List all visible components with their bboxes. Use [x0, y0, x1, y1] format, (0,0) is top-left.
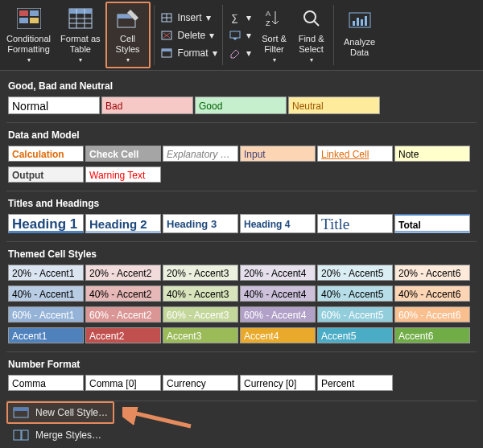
style-cell[interactable]: Accent6	[394, 327, 470, 343]
chevron-down-icon: ▾	[79, 55, 82, 65]
label: Find &Select	[299, 34, 324, 55]
svg-rect-6	[69, 9, 92, 14]
svg-rect-4	[30, 18, 39, 23]
style-cell[interactable]: Accent4	[240, 327, 316, 343]
chevron-down-icon: ▾	[27, 55, 31, 65]
conditional-formatting-button[interactable]: ConditionalFormatting ▾	[2, 2, 56, 68]
fill-button[interactable]: ▾	[228, 28, 251, 43]
svg-rect-1	[19, 10, 28, 16]
style-cell[interactable]: Comma	[8, 375, 84, 391]
style-cell[interactable]: Comma [0]	[85, 375, 161, 391]
label: New Cell Style…	[35, 407, 108, 418]
chevron-down-icon: ▾	[126, 55, 130, 65]
new-style-icon	[13, 406, 29, 419]
svg-rect-29	[361, 19, 363, 26]
style-row: 20% - Accent120% - Accent220% - Accent32…	[6, 265, 477, 286]
sigma-icon: ∑	[228, 10, 242, 25]
style-cell[interactable]: Explanatory …	[163, 146, 238, 162]
titles-row: Heading 1Heading 2Heading 3Heading 4Titl…	[6, 214, 477, 238]
delete-button[interactable]: Delete ▾	[159, 28, 217, 43]
style-cell[interactable]: Currency	[163, 375, 238, 391]
style-cell[interactable]: Normal	[8, 97, 100, 114]
chevron-down-icon: ▾	[273, 55, 276, 65]
style-cell[interactable]: Accent1	[8, 327, 84, 343]
style-cell[interactable]: 20% - Accent6	[394, 265, 470, 281]
style-cell[interactable]: Title	[317, 214, 393, 233]
section-title: Data and Model	[6, 123, 477, 146]
style-cell[interactable]: 40% - Accent3	[163, 286, 238, 302]
merge-styles-icon	[13, 429, 29, 442]
style-cell[interactable]: Heading 1	[8, 214, 84, 233]
label: Sort &Filter	[262, 34, 287, 55]
style-cell[interactable]: Heading 3	[163, 214, 238, 233]
style-cell[interactable]: Note	[394, 146, 470, 162]
style-cell[interactable]: Input	[240, 146, 316, 162]
label: Insert	[178, 12, 202, 23]
style-row: CalculationCheck CellExplanatory …InputL…	[6, 146, 477, 166]
style-cell[interactable]: Percent	[317, 375, 393, 391]
style-cell[interactable]: 40% - Accent6	[394, 286, 470, 302]
ribbon-group-editing-big: AZ Sort &Filter ▾ Find &Select ▾	[254, 0, 332, 70]
format-button[interactable]: Format ▾	[159, 46, 217, 60]
delete-cells-icon	[159, 28, 174, 43]
cell-styles-icon	[114, 6, 142, 31]
style-cell[interactable]: 60% - Accent6	[394, 306, 470, 323]
chevron-down-icon: ▾	[246, 47, 251, 59]
analyze-data-button[interactable]: AnalyzeData	[337, 2, 382, 68]
style-cell[interactable]: Accent5	[317, 327, 393, 343]
style-cell[interactable]: Heading 4	[240, 214, 316, 233]
style-cell[interactable]: 60% - Accent2	[85, 306, 161, 323]
style-cell[interactable]: Bad	[101, 97, 193, 114]
style-cell[interactable]: 40% - Accent2	[85, 286, 161, 302]
autosum-button[interactable]: ∑ ▾	[228, 10, 251, 25]
svg-rect-32	[14, 408, 28, 411]
style-cell[interactable]: Calculation	[8, 146, 84, 162]
style-cell[interactable]: Neutral	[288, 97, 380, 114]
themed-rows: 20% - Accent120% - Accent220% - Accent32…	[6, 265, 477, 348]
style-cell[interactable]: 40% - Accent1	[8, 286, 84, 302]
style-cell[interactable]: 20% - Accent2	[85, 265, 161, 281]
style-cell[interactable]: Output	[8, 166, 84, 183]
cell-styles-gallery: Good, Bad and Neutral NormalBadGoodNeutr…	[0, 71, 483, 448]
style-cell[interactable]: 60% - Accent3	[163, 306, 238, 323]
new-cell-style-button[interactable]: New Cell Style…	[6, 401, 114, 424]
find-select-button[interactable]: Find &Select ▾	[293, 2, 330, 68]
style-cell[interactable]: Warning Text	[85, 166, 161, 183]
style-cell[interactable]: 40% - Accent4	[240, 286, 316, 302]
style-cell[interactable]: 60% - Accent1	[8, 306, 84, 323]
separator	[154, 5, 155, 65]
merge-styles-button[interactable]: Merge Styles…	[6, 424, 108, 446]
style-cell[interactable]: Heading 2	[85, 214, 161, 233]
label: CellStyles	[116, 34, 140, 55]
style-cell[interactable]: Total	[394, 214, 470, 233]
cell-styles-button[interactable]: CellStyles ▾	[105, 2, 151, 68]
svg-text:Z: Z	[266, 19, 270, 27]
insert-button[interactable]: Insert ▾	[159, 10, 217, 25]
style-cell[interactable]: 60% - Accent5	[317, 306, 393, 323]
style-cell[interactable]: Good	[195, 97, 287, 114]
style-cell[interactable]: Linked Cell	[317, 146, 393, 162]
clear-button[interactable]: ▾	[228, 46, 251, 60]
label: Delete	[178, 30, 206, 41]
style-cell[interactable]: Currency [0]	[240, 375, 316, 391]
fill-down-icon	[228, 28, 242, 43]
style-cell[interactable]: 40% - Accent5	[317, 286, 393, 302]
style-cell[interactable]: 20% - Accent4	[240, 265, 316, 281]
style-cell[interactable]: Check Cell	[85, 146, 161, 162]
insert-cells-icon	[159, 10, 174, 25]
table-icon	[67, 6, 94, 31]
ribbon: ConditionalFormatting ▾ Format asTable ▾…	[0, 0, 483, 71]
data-model-rows: CalculationCheck CellExplanatory …InputL…	[6, 146, 477, 187]
style-cell[interactable]: Accent3	[163, 327, 238, 343]
svg-rect-3	[19, 18, 28, 23]
sort-filter-button[interactable]: AZ Sort &Filter ▾	[256, 2, 293, 68]
style-cell[interactable]: 20% - Accent1	[8, 265, 84, 281]
style-cell[interactable]: 20% - Accent3	[163, 265, 238, 281]
style-cell[interactable]: 60% - Accent4	[240, 306, 316, 323]
svg-rect-26	[349, 13, 370, 27]
style-cell[interactable]: 20% - Accent5	[317, 265, 393, 281]
section-title: Good, Bad and Neutral	[6, 74, 477, 97]
style-cell[interactable]: Accent2	[85, 327, 161, 343]
svg-line-25	[314, 21, 319, 26]
format-as-table-button[interactable]: Format asTable ▾	[56, 2, 105, 68]
